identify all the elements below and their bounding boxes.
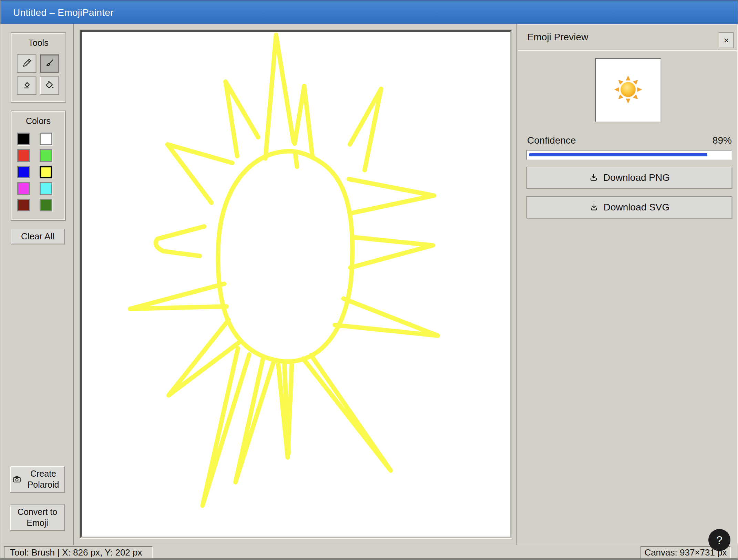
- clear-all-button[interactable]: Clear All: [11, 229, 65, 244]
- tool-grid: [17, 54, 60, 95]
- color-swatch-cyan[interactable]: [40, 182, 52, 195]
- close-button[interactable]: ×: [719, 32, 734, 48]
- drawing-canvas[interactable]: [80, 30, 512, 538]
- pencil-tool-button[interactable]: [17, 54, 36, 73]
- convert-to-emoji-button[interactable]: Convert to Emoji: [10, 504, 65, 531]
- eraser-icon: [22, 80, 32, 92]
- color-grid: [17, 133, 60, 211]
- window-bottom-edge: [0, 558, 738, 560]
- camera-icon: [12, 475, 21, 484]
- emoji-preview-panel: Emoji Preview ×: [516, 24, 738, 545]
- color-swatch-black[interactable]: [17, 133, 30, 145]
- eraser-tool-button[interactable]: [17, 76, 36, 95]
- window-title: Untitled – EmojiPainter: [13, 7, 114, 18]
- color-swatch-red[interactable]: [17, 149, 30, 162]
- download-png-button[interactable]: Download PNG: [526, 167, 732, 189]
- brush-icon: [44, 58, 55, 70]
- confidence-value: 89%: [713, 135, 732, 146]
- download-png-label: Download PNG: [603, 172, 670, 183]
- color-swatch-magenta[interactable]: [17, 182, 30, 195]
- fill-bucket-tool-button[interactable]: [40, 76, 59, 95]
- tools-label: Tools: [11, 38, 65, 48]
- colors-label: Colors: [11, 116, 65, 126]
- app-window: Untitled – EmojiPainter Tools: [0, 0, 738, 560]
- tools-groupbox: Tools: [11, 32, 66, 103]
- sun-drawing: [82, 32, 510, 537]
- convert-to-emoji-label: Convert to Emoji: [14, 507, 61, 528]
- canvas-frame: [80, 30, 512, 539]
- canvas-area: [74, 24, 516, 545]
- color-swatch-white[interactable]: [40, 133, 52, 145]
- color-swatch-yellow[interactable]: [40, 166, 52, 178]
- create-polaroid-label: Create Polaroid: [24, 468, 62, 490]
- download-icon: [589, 203, 599, 212]
- panel-header: Emoji Preview ×: [518, 25, 737, 50]
- confidence-label: Confidence: [527, 135, 576, 146]
- confidence-fill: [529, 153, 707, 156]
- sidebar: Tools: [0, 24, 74, 545]
- emoji-preview-box: [595, 58, 662, 123]
- color-swatch-dark-green[interactable]: [40, 199, 52, 211]
- download-svg-label: Download SVG: [604, 202, 669, 213]
- confidence-row: Confidence 89%: [527, 135, 732, 146]
- status-bar: Tool: Brush | X: 826 px, Y: 202 px Canva…: [0, 545, 738, 560]
- download-icon: [589, 173, 598, 183]
- help-button[interactable]: ?: [708, 529, 730, 551]
- fill-bucket-icon: [44, 80, 55, 92]
- brush-tool-button[interactable]: [40, 54, 59, 73]
- emoji-preview-panel-inner: Emoji Preview ×: [518, 24, 738, 544]
- pencil-icon: [22, 58, 32, 70]
- color-swatch-blue[interactable]: [17, 166, 30, 178]
- title-bar[interactable]: Untitled – EmojiPainter: [0, 0, 738, 24]
- question-mark-icon: ?: [716, 534, 722, 547]
- close-icon: ×: [724, 35, 729, 46]
- create-polaroid-button[interactable]: Create Polaroid: [10, 466, 65, 492]
- sun-emoji: [613, 74, 643, 106]
- confidence-progressbar: [526, 150, 732, 160]
- color-swatch-green[interactable]: [40, 149, 52, 162]
- panel-title: Emoji Preview: [527, 32, 588, 43]
- status-tool-position: Tool: Brush | X: 826 px, Y: 202 px: [4, 546, 153, 559]
- colors-groupbox: Colors: [11, 111, 66, 221]
- download-svg-button[interactable]: Download SVG: [526, 196, 732, 218]
- color-swatch-dark-red[interactable]: [17, 199, 30, 211]
